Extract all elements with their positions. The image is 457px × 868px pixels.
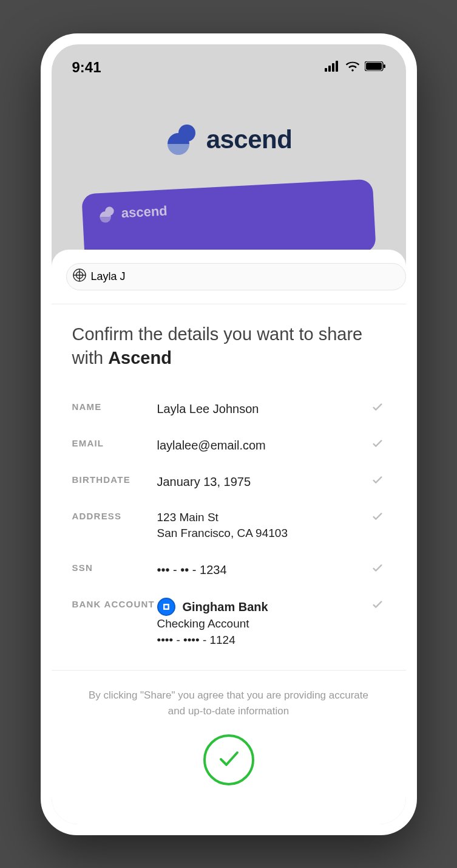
label-address: ADDRESS (72, 510, 157, 521)
status-bar: 9:41 (52, 44, 406, 80)
phone-screen: 9:41 (52, 44, 406, 824)
share-confirm-button[interactable] (203, 734, 254, 785)
value-ssn: ••• - •• - 1234 (157, 561, 371, 578)
check-icon (371, 561, 385, 577)
ascend-wordmark: ascend (206, 125, 293, 154)
label-bank: BANK ACCOUNT (72, 598, 157, 609)
svg-rect-6 (384, 64, 385, 68)
svg-rect-12 (164, 605, 168, 608)
wifi-icon (345, 61, 360, 74)
value-bank: Gingham Bank Checking Account •••• - •••… (157, 598, 371, 648)
card-logo-icon (98, 205, 115, 223)
label-ssn: SSN (72, 561, 157, 573)
share-details-sheet: Layla J Confirm the details you want to … (52, 250, 406, 824)
label-birthdate: BIRTHDATE (72, 473, 157, 485)
value-name: Layla Lee Johnson (157, 400, 371, 417)
address-line1: 123 Main St (157, 510, 371, 526)
signal-icon (325, 61, 340, 74)
user-chip-label: Layla J (91, 270, 126, 283)
check-icon (371, 510, 385, 525)
value-email: laylalee@email.com (157, 437, 371, 454)
ascend-logo-icon (165, 123, 198, 156)
sheet-content: Confirm the details you want to share wi… (52, 304, 406, 658)
user-avatar-icon (73, 268, 86, 285)
detail-row-bank[interactable]: BANK ACCOUNT Gingham Bank Checking Accou… (72, 588, 385, 658)
check-icon (371, 437, 385, 453)
sheet-title: Confirm the details you want to share wi… (72, 323, 385, 370)
check-icon (371, 598, 385, 613)
bank-number: •••• - •••• - 1124 (157, 632, 371, 649)
detail-row-ssn[interactable]: SSN ••• - •• - 1234 (72, 552, 385, 588)
detail-row-name[interactable]: NAME Layla Lee Johnson (72, 391, 385, 427)
svg-rect-3 (336, 61, 338, 72)
svg-rect-1 (328, 66, 331, 72)
checkmark-icon (215, 745, 243, 775)
label-name: NAME (72, 400, 157, 412)
user-chip[interactable]: Layla J (66, 263, 406, 290)
phone-frame: 9:41 (41, 33, 417, 835)
detail-list: NAME Layla Lee Johnson EMAIL laylalee@em… (72, 391, 385, 658)
svg-rect-5 (366, 63, 382, 70)
value-address: 123 Main St San Francisco, CA 94103 (157, 510, 371, 542)
bank-icon (157, 598, 175, 616)
battery-icon (365, 61, 385, 73)
footer-disclaimer: By clicking "Share" you agree that you a… (52, 670, 406, 719)
card-wordmark: ascend (121, 203, 168, 221)
svg-rect-2 (332, 63, 334, 72)
value-birthdate: January 13, 1975 (157, 473, 371, 490)
svg-rect-0 (325, 68, 327, 72)
status-icons (325, 61, 385, 74)
detail-row-birthdate[interactable]: BIRTHDATE January 13, 1975 (72, 463, 385, 500)
check-icon (371, 400, 385, 416)
detail-row-email[interactable]: EMAIL laylalee@email.com (72, 427, 385, 463)
label-email: EMAIL (72, 437, 157, 448)
ascend-logo: ascend (165, 123, 293, 156)
bank-type: Checking Account (157, 616, 371, 632)
status-time: 9:41 (72, 59, 101, 76)
address-line2: San Francisco, CA 94103 (157, 525, 371, 542)
sheet-title-target: Ascend (108, 348, 172, 367)
bank-name: Gingham Bank (183, 598, 268, 615)
detail-row-address[interactable]: ADDRESS 123 Main St San Francisco, CA 94… (72, 500, 385, 552)
check-icon (371, 473, 385, 489)
